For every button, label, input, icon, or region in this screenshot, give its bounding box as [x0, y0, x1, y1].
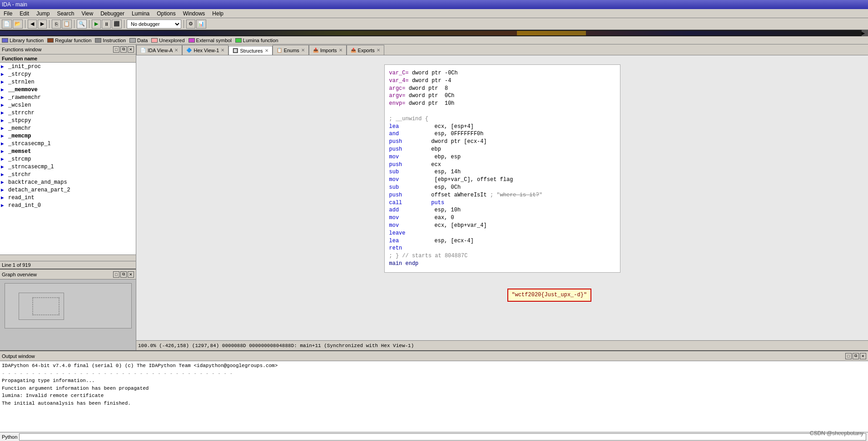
code-ops: esp, 10h	[417, 206, 461, 214]
list-item[interactable]: ▶ _strcpy	[0, 70, 136, 78]
status-text: 100.0% (-426,158) (1297,84) 0000088D 000…	[138, 343, 414, 348]
func-icon: ▶	[1, 133, 6, 139]
tab-imports[interactable]: 📥 Imports ✕	[309, 45, 347, 55]
list-item[interactable]: ▶ backtrace_and_maps	[0, 178, 136, 186]
toolbar-back[interactable]: ◀	[28, 20, 37, 29]
graph-close[interactable]: ✕	[128, 271, 134, 278]
code-mnemonic: retn	[389, 245, 417, 252]
tab-exports-close[interactable]: ✕	[377, 48, 380, 53]
legend-bar: Library function Regular function Instru…	[0, 36, 868, 44]
func-icon: ▶	[1, 156, 6, 162]
graph-float[interactable]: ⧉	[120, 271, 127, 278]
menu-windows[interactable]: Windows	[179, 10, 209, 18]
menu-debugger[interactable]: Debugger	[97, 10, 128, 18]
tab-enums-close[interactable]: ✕	[301, 48, 305, 53]
func-icon: ▶	[1, 125, 6, 131]
tab-ida-view[interactable]: 📄 IDA View-A ✕	[136, 45, 182, 55]
list-item[interactable]: ▶ _strncasecmp_l	[0, 163, 136, 171]
code-line: leave	[389, 230, 615, 237]
tab-struct-close[interactable]: ✕	[265, 48, 268, 53]
func-icon: ▶	[1, 94, 6, 100]
tab-structures[interactable]: 🔲 Structures ✕	[228, 46, 272, 55]
output-controls: □ ⧉ ✕	[845, 353, 866, 359]
menu-options[interactable]: Options	[153, 10, 179, 18]
tab-hex-view[interactable]: 🔷 Hex View-1 ✕	[182, 45, 228, 55]
list-item[interactable]: ▶ _strrchr	[0, 109, 136, 117]
list-item[interactable]: ▶ __memmove	[0, 86, 136, 93]
list-item[interactable]: ▶ _strchr	[0, 171, 136, 178]
output-line: IDAPython 64-bit v7.4.0 final (serial 0)…	[2, 362, 866, 370]
debugger-dropdown[interactable]: No debugger	[127, 20, 181, 29]
nav-scroll-right[interactable]: ▶	[862, 30, 868, 36]
list-item[interactable]: ▶ _memcmp	[0, 132, 136, 140]
code-scroll-area[interactable]: var_C= dword ptr -0Ch var_4= dword ptr -…	[136, 55, 868, 340]
list-item[interactable]: ▶ read_int	[0, 194, 136, 201]
toolbar-forward[interactable]: ▶	[38, 20, 47, 29]
tab-ida-close[interactable]: ✕	[174, 48, 178, 53]
menu-jump[interactable]: Jump	[33, 10, 53, 18]
tab-enums[interactable]: 📋 Enums ✕	[273, 45, 309, 55]
code-mnemonic: call	[389, 199, 417, 207]
list-item[interactable]: ▶ _stpcpy	[0, 117, 136, 124]
nav-bar-content	[0, 31, 862, 35]
output-close[interactable]: ✕	[860, 353, 866, 359]
code-ops: puts	[417, 199, 445, 207]
toolbar-stop[interactable]: ⬛	[112, 20, 122, 29]
output-float[interactable]: ⧉	[853, 353, 859, 359]
toolbar-sep6	[184, 20, 184, 28]
toolbar-pause[interactable]: ⏸	[102, 20, 111, 29]
toolbar-run[interactable]: ▶	[92, 20, 101, 29]
list-item[interactable]: ▶ _init_proc	[0, 63, 136, 70]
menu-view[interactable]: View	[78, 10, 97, 18]
output-input-field[interactable]	[19, 433, 866, 441]
functions-list[interactable]: ▶ _init_proc ▶ _strcpy ▶ _strnlen ▶ __me…	[0, 63, 136, 255]
list-item[interactable]: ▶ _strcasecmp_l	[0, 140, 136, 147]
code-ops: ebp	[417, 146, 441, 153]
code-mnemonic: push	[389, 138, 417, 146]
graph-box-inner	[32, 297, 60, 315]
panel-controls: □ ⧉ ✕	[113, 46, 134, 53]
menu-file[interactable]: File	[0, 10, 16, 18]
list-item[interactable]: ▶ detach_arena_part_2	[0, 186, 136, 194]
functions-title-bar: Functions window □ ⧉ ✕	[0, 44, 136, 54]
code-mnemonic: mov	[389, 153, 417, 161]
toolbar-sep3	[74, 20, 74, 28]
toolbar-open[interactable]: 📂	[13, 20, 23, 29]
code-line: add esp, 10h	[389, 206, 615, 214]
list-item[interactable]: ▶ _strnlen	[0, 78, 136, 86]
code-var: envp=	[389, 100, 406, 108]
menu-edit[interactable]: Edit	[16, 10, 33, 18]
list-item[interactable]: ▶ _memchr	[0, 124, 136, 132]
toolbar-sep1	[25, 20, 25, 28]
toolbar-paste[interactable]: 📋	[62, 20, 72, 29]
tab-hex-close[interactable]: ✕	[221, 48, 224, 53]
panel-close[interactable]: ✕	[128, 46, 134, 53]
tab-exports[interactable]: 📤 Exports ✕	[347, 45, 384, 55]
output-line: lumina: Invalid remote certificate	[2, 392, 866, 400]
code-mnemonic: leave	[389, 230, 417, 237]
toolbar-search[interactable]: 🔍	[77, 20, 87, 29]
toolbar-new[interactable]: 📄	[2, 20, 12, 29]
code-mnemonic: push	[389, 191, 417, 199]
functions-hscrollbar[interactable]	[0, 255, 136, 261]
graph-minimize[interactable]: □	[113, 271, 119, 278]
panel-minimize[interactable]: □	[113, 46, 119, 53]
func-name: _strrchr	[8, 110, 35, 116]
list-item[interactable]: ▶ _wcslen	[0, 101, 136, 109]
toolbar-extra2[interactable]: 📊	[196, 20, 206, 29]
output-minimize[interactable]: □	[845, 353, 852, 359]
tab-imports-close[interactable]: ✕	[339, 48, 342, 53]
toolbar-extra1[interactable]: ⚙	[186, 20, 195, 29]
toolbar-copy[interactable]: ⎘	[52, 20, 61, 29]
nav-bar[interactable]: ▶	[0, 30, 868, 36]
list-item[interactable]: ▶ read_int_0	[0, 201, 136, 209]
list-item[interactable]: ▶ _rawmemchr	[0, 93, 136, 101]
menu-help[interactable]: Help	[208, 10, 227, 18]
menu-lumina[interactable]: Lumina	[128, 10, 153, 18]
content-area: Functions window □ ⧉ ✕ Function name ▶ _…	[0, 44, 868, 350]
list-item[interactable]: ▶ _strcmp	[0, 155, 136, 163]
menu-search[interactable]: Search	[53, 10, 78, 18]
func-icon: ▶	[1, 87, 6, 93]
panel-float[interactable]: ⧉	[120, 46, 127, 53]
list-item[interactable]: ▶ _memset	[0, 147, 136, 155]
